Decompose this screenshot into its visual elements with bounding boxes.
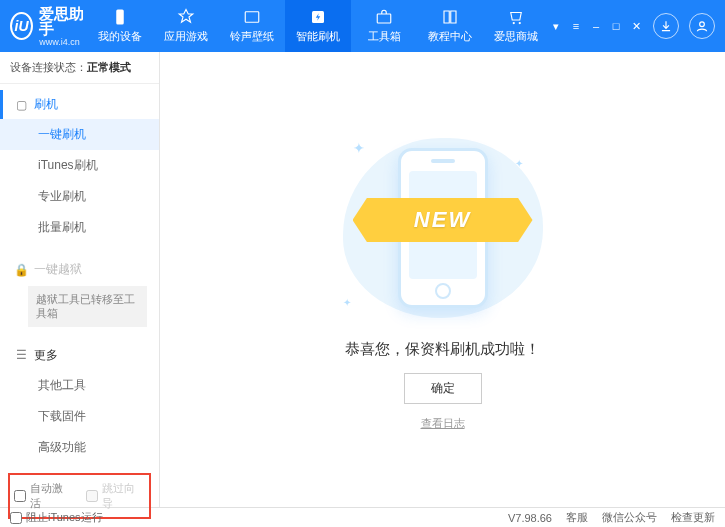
sidebar-item-batch[interactable]: 批量刷机 xyxy=(0,212,159,243)
skin-icon[interactable]: ≡ xyxy=(569,19,583,33)
titlebar: iU 爱思助手 www.i4.cn 我的设备 应用游戏 铃声壁纸 智能刷机 工具… xyxy=(0,0,725,52)
user-button[interactable] xyxy=(689,13,715,39)
nav-toolbox[interactable]: 工具箱 xyxy=(351,0,417,52)
footer-link-wechat[interactable]: 微信公众号 xyxy=(602,510,657,525)
nav-tutorials[interactable]: 教程中心 xyxy=(417,0,483,52)
book-icon xyxy=(440,8,460,26)
sec-title: 一键越狱 xyxy=(34,261,82,278)
sidebar-item-othertools[interactable]: 其他工具 xyxy=(0,370,159,401)
footer-link-support[interactable]: 客服 xyxy=(566,510,588,525)
app-icon xyxy=(176,8,196,26)
nav-label: 教程中心 xyxy=(428,29,472,44)
sidebar-jailbreak-note: 越狱工具已转移至工具箱 xyxy=(28,286,147,327)
phone-icon xyxy=(110,8,130,26)
download-button[interactable] xyxy=(653,13,679,39)
nav-label: 铃声壁纸 xyxy=(230,29,274,44)
success-illustration: ✦ ✦ ✦ NEW xyxy=(313,128,573,328)
more-icon: ☰ xyxy=(14,348,28,362)
close-icon[interactable]: ✕ xyxy=(629,19,643,33)
chk-label: 阻止iTunes运行 xyxy=(26,510,103,525)
nav-label: 智能刷机 xyxy=(296,29,340,44)
phone-small-icon: ▢ xyxy=(14,98,28,112)
cart-icon xyxy=(506,8,526,26)
version-label: V7.98.66 xyxy=(508,512,552,524)
nav-apps[interactable]: 应用游戏 xyxy=(153,0,219,52)
footer-link-update[interactable]: 检查更新 xyxy=(671,510,715,525)
sidebar-item-pro[interactable]: 专业刷机 xyxy=(0,181,159,212)
nav-label: 爱思商城 xyxy=(494,29,538,44)
minimize-icon[interactable]: – xyxy=(589,19,603,33)
sec-title: 更多 xyxy=(34,347,58,364)
svg-point-4 xyxy=(513,22,515,24)
new-ribbon: NEW xyxy=(353,198,533,242)
nav-label: 工具箱 xyxy=(368,29,401,44)
menu-icon[interactable]: ▾ xyxy=(549,19,563,33)
window-controls: ▾ ≡ – □ ✕ xyxy=(549,13,715,39)
sidebar-item-advanced[interactable]: 高级功能 xyxy=(0,432,159,463)
svg-point-5 xyxy=(519,22,521,24)
app-name: 爱思助手 xyxy=(39,6,87,36)
svg-rect-1 xyxy=(245,12,259,23)
ok-button[interactable]: 确定 xyxy=(404,373,482,404)
sidebar-item-download[interactable]: 下载固件 xyxy=(0,401,159,432)
sidebar-sec-jailbreak: 🔒 一键越狱 xyxy=(0,255,159,284)
sidebar-sec-more[interactable]: ☰ 更多 xyxy=(0,341,159,370)
app-logo: iU 爱思助手 www.i4.cn xyxy=(10,6,87,47)
conn-label: 设备连接状态： xyxy=(10,61,87,73)
success-message: 恭喜您，保资料刷机成功啦！ xyxy=(345,340,540,359)
maximize-icon[interactable]: □ xyxy=(609,19,623,33)
main-content: ✦ ✦ ✦ NEW 恭喜您，保资料刷机成功啦！ 确定 查看日志 xyxy=(160,52,725,507)
nav-store[interactable]: 爱思商城 xyxy=(483,0,549,52)
checkbox-block-itunes[interactable]: 阻止iTunes运行 xyxy=(10,510,103,525)
checkbox-skip-guide[interactable]: 跳过向导 xyxy=(86,481,146,511)
lock-icon: 🔒 xyxy=(14,263,28,277)
sidebar-sec-flash[interactable]: ▢ 刷机 xyxy=(0,90,159,119)
connection-status: 设备连接状态：正常模式 xyxy=(0,52,159,84)
sidebar-item-oneclick[interactable]: 一键刷机 xyxy=(0,119,159,150)
checkbox-auto-activate[interactable]: 自动激活 xyxy=(14,481,74,511)
sec-title: 刷机 xyxy=(34,96,58,113)
conn-value: 正常模式 xyxy=(87,61,131,73)
svg-rect-0 xyxy=(116,10,124,25)
nav-label: 我的设备 xyxy=(98,29,142,44)
app-site: www.i4.cn xyxy=(39,38,87,47)
chk-label: 跳过向导 xyxy=(102,481,146,511)
nav-flash[interactable]: 智能刷机 xyxy=(285,0,351,52)
sidebar: 设备连接状态：正常模式 ▢ 刷机 一键刷机 iTunes刷机 专业刷机 批量刷机… xyxy=(0,52,160,507)
svg-rect-3 xyxy=(377,14,391,23)
toolbox-icon xyxy=(374,8,394,26)
sidebar-item-itunes[interactable]: iTunes刷机 xyxy=(0,150,159,181)
nav-label: 应用游戏 xyxy=(164,29,208,44)
nav-ringtones[interactable]: 铃声壁纸 xyxy=(219,0,285,52)
top-nav: 我的设备 应用游戏 铃声壁纸 智能刷机 工具箱 教程中心 爱思商城 xyxy=(87,0,549,52)
svg-point-6 xyxy=(700,22,705,27)
chk-label: 自动激活 xyxy=(30,481,74,511)
nav-my-device[interactable]: 我的设备 xyxy=(87,0,153,52)
flash-icon xyxy=(308,8,328,26)
logo-icon: iU xyxy=(10,12,33,40)
image-icon xyxy=(242,8,262,26)
view-log-link[interactable]: 查看日志 xyxy=(421,416,465,431)
